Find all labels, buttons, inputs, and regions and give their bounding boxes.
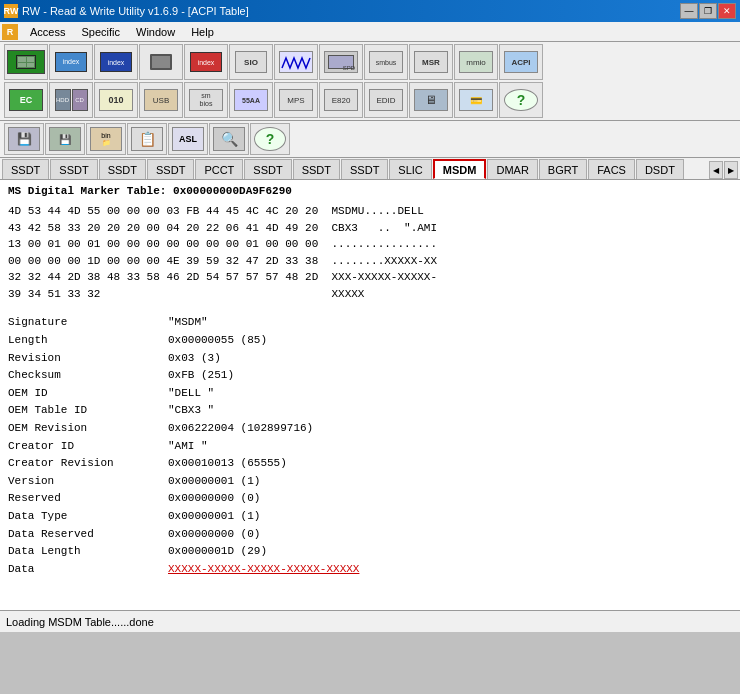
tab-pcct[interactable]: PCCT xyxy=(195,159,243,179)
sio-btn[interactable]: SIO xyxy=(229,44,273,80)
toolbar-row-1: index index index SIO xyxy=(4,44,736,80)
index3-btn[interactable]: index xyxy=(184,44,228,80)
detail-creator-revision: Creator Revision 0x00010013 (65555) xyxy=(8,455,732,473)
tab-scroll-right[interactable]: ▶ xyxy=(724,161,738,179)
card-btn[interactable]: 💳 xyxy=(454,82,498,118)
tab-bar: SSDT SSDT SSDT SSDT PCCT SSDT SSDT SSDT … xyxy=(0,158,740,180)
tab-ssdt-7[interactable]: SSDT xyxy=(341,159,388,179)
tab-msdm[interactable]: MSDM xyxy=(433,159,487,179)
detail-table: Signature "MSDM" Length 0x00000055 (85) … xyxy=(8,314,732,578)
asl-btn[interactable]: ASL xyxy=(168,123,208,155)
tab-slic[interactable]: SLIC xyxy=(389,159,431,179)
open2-btn[interactable]: 💾 xyxy=(45,123,85,155)
e820-btn[interactable]: E820 xyxy=(319,82,363,118)
index-btn[interactable]: index xyxy=(49,44,93,80)
usb-btn[interactable]: USB xyxy=(139,82,183,118)
hex-line-4: 00 00 00 00 1D 00 00 00 4E 39 59 32 47 2… xyxy=(8,253,732,270)
data-value: XXXXX-XXXXX-XXXXX-XXXXX-XXXXX xyxy=(168,561,359,579)
wave-btn[interactable] xyxy=(274,44,318,80)
detail-version: Version 0x00000001 (1) xyxy=(8,473,732,491)
detail-signature: Signature "MSDM" xyxy=(8,314,732,332)
window-title: RW - Read & Write Utility v1.6.9 - [ACPI… xyxy=(22,5,249,17)
menu-app-icon: R xyxy=(2,24,18,40)
smbus-btn[interactable]: smbus xyxy=(364,44,408,80)
close-button[interactable]: ✕ xyxy=(718,3,736,19)
hex-editor-btn[interactable]: 010 xyxy=(94,82,138,118)
hex-line-6: 39 34 51 33 32 XXXXX xyxy=(8,286,732,303)
hdd-cd-btn[interactable]: HDD CD xyxy=(49,82,93,118)
tab-dmar[interactable]: DMAR xyxy=(487,159,537,179)
index2-btn[interactable]: index xyxy=(94,44,138,80)
tab-navigation[interactable]: ◀ ▶ xyxy=(709,161,738,179)
minimize-button[interactable]: — xyxy=(680,3,698,19)
ec-btn[interactable]: EC xyxy=(4,82,48,118)
hex-line-5: 32 32 44 2D 38 48 33 58 46 2D 54 57 57 5… xyxy=(8,269,732,286)
tab-ssdt-2[interactable]: SSDT xyxy=(50,159,97,179)
detail-data-type: Data Type 0x00000001 (1) xyxy=(8,508,732,526)
content-area: MS Digital Marker Table: 0x00000000DA9F6… xyxy=(0,180,740,610)
status-bar: Loading MSDM Table......done xyxy=(0,610,740,632)
mps-btn[interactable]: MPS xyxy=(274,82,318,118)
app-icon: RW xyxy=(4,4,18,18)
toolbar-row-2: EC HDD CD 010 USB smbios 55AA MPS xyxy=(4,82,736,118)
edid-btn[interactable]: EDID xyxy=(364,82,408,118)
restore-button[interactable]: ❐ xyxy=(699,3,717,19)
tab-ssdt-6[interactable]: SSDT xyxy=(293,159,340,179)
menu-help[interactable]: Help xyxy=(183,24,222,40)
hex-line-3: 13 00 01 00 01 00 00 00 00 00 00 00 01 0… xyxy=(8,236,732,253)
detail-oem-revision: OEM Revision 0x06222004 (102899716) xyxy=(8,420,732,438)
tab-scroll-left[interactable]: ◀ xyxy=(709,161,723,179)
monitor-btn[interactable]: 🖥 xyxy=(409,82,453,118)
status-text: Loading MSDM Table......done xyxy=(6,616,154,628)
tab-ssdt-3[interactable]: SSDT xyxy=(99,159,146,179)
window-controls[interactable]: — ❐ ✕ xyxy=(680,3,736,19)
mmio-btn[interactable]: mmio xyxy=(454,44,498,80)
tab-ssdt-5[interactable]: SSDT xyxy=(244,159,291,179)
tab-ssdt-1[interactable]: SSDT xyxy=(2,159,49,179)
detail-oem-id: OEM ID "DELL " xyxy=(8,385,732,403)
msr-btn[interactable]: MSR xyxy=(409,44,453,80)
tab-bgrt[interactable]: BGRT xyxy=(539,159,587,179)
help4-btn[interactable]: ? xyxy=(250,123,290,155)
detail-data-length: Data Length 0x0000001D (29) xyxy=(8,543,732,561)
toolbar-row-3: 💾 💾 bin 📁 📋 ASL 🔍 ? xyxy=(0,121,740,158)
menu-window[interactable]: Window xyxy=(128,24,183,40)
detail-data-reserved: Data Reserved 0x00000000 (0) xyxy=(8,526,732,544)
hex-line-2: 43 42 58 33 20 20 20 00 04 20 22 06 41 4… xyxy=(8,220,732,237)
cpu-btn[interactable] xyxy=(4,44,48,80)
bin-btn[interactable]: bin 📁 xyxy=(86,123,126,155)
hex-line-1: 4D 53 44 4D 55 00 00 00 03 FB 44 45 4C 4… xyxy=(8,203,732,220)
spd-btn[interactable]: SPD xyxy=(319,44,363,80)
toolbar: index index index SIO xyxy=(0,42,740,121)
detail-data: Data XXXXX-XXXXX-XXXXX-XXXXX-XXXXX xyxy=(8,561,732,579)
tab-facs[interactable]: FACS xyxy=(588,159,635,179)
menu-access[interactable]: Access xyxy=(22,24,73,40)
menu-specific[interactable]: Specific xyxy=(73,24,128,40)
space-btn[interactable] xyxy=(139,44,183,80)
binoculars-btn[interactable]: 🔍 xyxy=(209,123,249,155)
tab-ssdt-4[interactable]: SSDT xyxy=(147,159,194,179)
smbios-btn[interactable]: smbios xyxy=(184,82,228,118)
detail-oem-table-id: OEM Table ID "CBX3 " xyxy=(8,402,732,420)
detail-length: Length 0x00000055 (85) xyxy=(8,332,732,350)
clipboard-btn[interactable]: 📋 xyxy=(127,123,167,155)
title-bar: RW RW - Read & Write Utility v1.6.9 - [A… xyxy=(0,0,740,22)
help-icon-btn[interactable]: ? xyxy=(499,82,543,118)
detail-revision: Revision 0x03 (3) xyxy=(8,350,732,368)
tab-dsdt[interactable]: DSDT xyxy=(636,159,684,179)
menu-bar: R Access Specific Window Help xyxy=(0,22,740,42)
detail-creator-id: Creator ID "AMI " xyxy=(8,438,732,456)
detail-reserved: Reserved 0x00000000 (0) xyxy=(8,490,732,508)
detail-checksum: Checksum 0xFB (251) xyxy=(8,367,732,385)
55aa-btn[interactable]: 55AA xyxy=(229,82,273,118)
save2-btn[interactable]: 💾 xyxy=(4,123,44,155)
section-title: MS Digital Marker Table: 0x00000000DA9F6… xyxy=(8,184,732,199)
acpi-btn[interactable]: ACPI xyxy=(499,44,543,80)
